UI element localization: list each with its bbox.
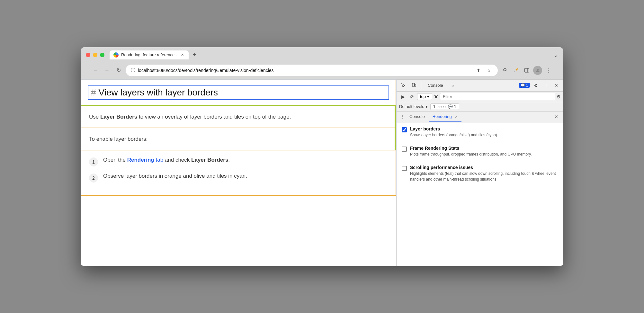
- title-bar: Rendering: feature reference - ✕ + ⌄ ← →…: [81, 47, 563, 79]
- address-input-container[interactable]: ⓘ localhost:8080/docs/devtools/rendering…: [126, 65, 498, 76]
- para1-strong1: Layer Borders: [100, 114, 137, 120]
- page-inner: # View layers with layer borders Use Lay…: [81, 80, 396, 196]
- para1-block: Use Layer Borders to view an overlay of …: [81, 105, 396, 128]
- browser-tab-active[interactable]: Rendering: feature reference - ✕: [110, 50, 189, 59]
- content-outer: Use Layer Borders to view an overlay of …: [81, 105, 396, 150]
- devtools-close-button[interactable]: ✕: [552, 81, 561, 90]
- devtools-issues-badge[interactable]: 1 Issue: 💬 1: [430, 103, 459, 110]
- tabs-row: Rendering: feature reference - ✕ + ⌄: [110, 50, 558, 59]
- layer-borders-text: Layer borders Shows layer borders (orang…: [410, 126, 498, 138]
- devtools-settings-button[interactable]: ⚙: [531, 81, 540, 90]
- devtools-tab-bar: ⋮ Console Rendering ✕ ✕: [397, 112, 563, 122]
- tab-close-button[interactable]: ✕: [180, 52, 185, 58]
- svg-rect-6: [415, 84, 416, 86]
- devtools-eye-button[interactable]: 👁: [434, 94, 439, 100]
- traffic-lights: [86, 53, 104, 57]
- devtools-inspect-button[interactable]: [399, 81, 408, 90]
- svg-rect-5: [412, 83, 415, 86]
- scrolling-checkbox[interactable]: [402, 166, 407, 171]
- svg-line-1: [514, 72, 514, 72]
- step1-strong: Layer Borders: [191, 157, 228, 163]
- layer-borders-desc: Shows layer borders (orange/olive) and t…: [410, 132, 498, 138]
- devtools-panel-close-button[interactable]: ✕: [552, 112, 561, 122]
- extensions-icon[interactable]: [500, 66, 509, 75]
- para2-block: To enable layer borders:: [81, 128, 396, 150]
- svg-rect-0: [515, 68, 518, 70]
- rendering-content: Layer borders Shows layer borders (orang…: [397, 122, 563, 266]
- devtools-play-button[interactable]: ▶: [399, 93, 407, 101]
- para2-text: To enable layer borders:: [89, 135, 388, 143]
- context-arrow: ▾: [427, 94, 429, 99]
- levels-label: Default levels: [399, 104, 424, 109]
- devtools-context-selector[interactable]: top ▾: [417, 93, 432, 100]
- traffic-light-close[interactable]: [86, 53, 90, 57]
- layer-borders-checkbox[interactable]: [402, 127, 407, 132]
- profile-button[interactable]: [533, 66, 542, 75]
- step-1-text: Open the Rendering tab and check Layer B…: [103, 157, 230, 163]
- browser-window: Rendering: feature reference - ✕ + ⌄ ← →…: [81, 47, 563, 266]
- devtools-toolbar2: ▶ ⊘ top ▾ 👁 ⚙: [397, 92, 563, 102]
- heading-text: View layers with layer borders: [99, 87, 218, 98]
- render-item-frame-stats: Frame Rendering Stats Plots frame throug…: [402, 146, 558, 157]
- reload-button[interactable]: ↻: [114, 66, 123, 75]
- info-icon: ⓘ: [131, 67, 135, 73]
- scrolling-title: Scrolling performance issues: [410, 165, 558, 170]
- url-text: localhost:8080/docs/devtools/rendering/#…: [138, 68, 472, 73]
- browser-toolbar-right: ⋮: [500, 66, 553, 75]
- pipette-icon[interactable]: [511, 66, 520, 75]
- step1-suffix: and check: [163, 157, 191, 163]
- traffic-light-minimize[interactable]: [93, 53, 97, 57]
- layer-borders-title: Layer borders: [410, 126, 498, 131]
- address-bar: ← → ↻ ⓘ localhost:8080/docs/devtools/ren…: [86, 62, 558, 79]
- heading-inner-border: # View layers with layer borders: [88, 85, 389, 100]
- frame-stats-title: Frame Rendering Stats: [410, 146, 532, 151]
- content-area: # View layers with layer borders Use Lay…: [81, 79, 563, 266]
- sidebar-toggle-icon[interactable]: [522, 66, 531, 75]
- page-content: # View layers with layer borders Use Lay…: [81, 80, 396, 266]
- forward-button[interactable]: →: [103, 66, 112, 75]
- step1-link-strong: Rendering: [127, 157, 154, 163]
- frame-stats-desc: Plots frame throughput, dropped frames d…: [410, 151, 532, 157]
- devtools-device-button[interactable]: [409, 81, 418, 90]
- new-tab-button[interactable]: +: [190, 50, 199, 59]
- devtools-separator1: [421, 82, 421, 89]
- frame-stats-checkbox[interactable]: [402, 147, 407, 152]
- share-icon[interactable]: ⬆: [475, 67, 482, 74]
- heading-section: # View layers with layer borders: [81, 80, 396, 105]
- rendering-tab-link[interactable]: Rendering tab: [127, 157, 163, 163]
- devtools-panel: Console » 💬 1 ⚙ ⋮ ✕ ▶ ⊘ top ▾: [396, 80, 563, 266]
- back-button[interactable]: ←: [91, 66, 100, 75]
- rendering-tab-close-button[interactable]: ✕: [455, 115, 458, 119]
- step-number-1: 1: [89, 157, 98, 166]
- render-item-scrolling: Scrolling performance issues Highlights …: [402, 165, 558, 182]
- context-label: top: [420, 94, 426, 99]
- scrolling-text: Scrolling performance issues Highlights …: [410, 165, 558, 182]
- levels-arrow: ▾: [425, 104, 428, 109]
- devtools-tab-rendering[interactable]: Rendering ✕: [429, 112, 462, 122]
- tab-label: Rendering: feature reference -: [121, 52, 177, 57]
- devtools-tab-console[interactable]: Console: [406, 112, 429, 122]
- devtools-badge[interactable]: 💬 1: [519, 83, 530, 88]
- more-menu-button[interactable]: ⋮: [544, 66, 553, 75]
- devtools-filter-settings-button[interactable]: ⚙: [557, 94, 561, 99]
- devtools-more-button[interactable]: ⋮: [541, 81, 550, 90]
- step1-end: .: [228, 157, 230, 163]
- bookmark-icon[interactable]: ☆: [485, 67, 493, 74]
- steps-section: 1 Open the Rendering tab and check Layer…: [81, 150, 396, 196]
- window-minimize-icon[interactable]: ⌄: [553, 51, 558, 58]
- olive-border-right: [395, 105, 396, 150]
- frame-stats-text: Frame Rendering Stats Plots frame throug…: [410, 146, 532, 157]
- step-1: 1 Open the Rendering tab and check Layer…: [89, 157, 388, 166]
- rendering-tab-label: Rendering: [433, 114, 452, 119]
- devtools-filter-input[interactable]: [440, 93, 555, 100]
- step1-prefix: Open the: [103, 157, 127, 163]
- devtools-levels-button[interactable]: Default levels ▾: [399, 104, 428, 109]
- devtools-more-panels-button[interactable]: »: [448, 82, 458, 89]
- devtools-console-tab[interactable]: Console: [424, 82, 447, 89]
- traffic-light-maximize[interactable]: [100, 53, 104, 57]
- step-2: 2 Observe layer borders in orange and ol…: [89, 173, 388, 183]
- page-heading: # View layers with layer borders: [91, 87, 386, 98]
- badge-icon: 💬: [521, 83, 525, 87]
- devtools-stop-button[interactable]: ⊘: [408, 93, 416, 101]
- scrolling-desc: Highlights elements (teal) that can slow…: [410, 171, 558, 182]
